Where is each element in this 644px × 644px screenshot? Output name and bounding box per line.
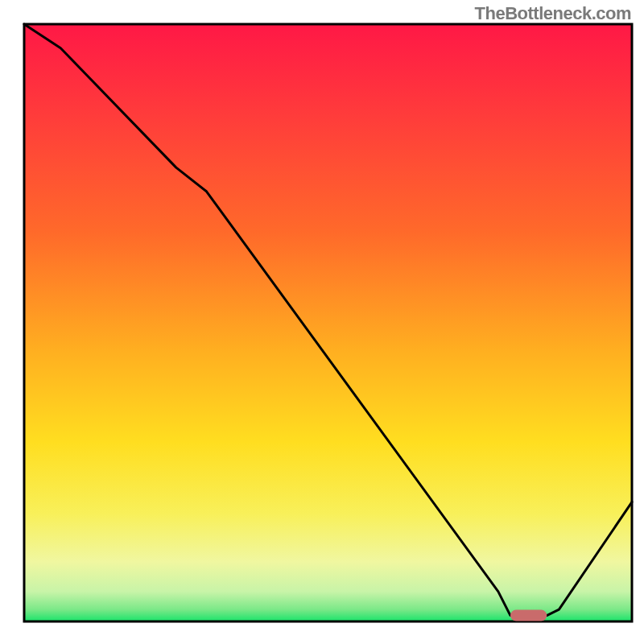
chart-container: TheBottleneck.com <box>0 0 644 644</box>
optimal-range-marker <box>510 610 547 621</box>
chart-svg <box>0 0 644 644</box>
plot-background <box>24 24 632 621</box>
watermark-text: TheBottleneck.com <box>475 3 631 24</box>
